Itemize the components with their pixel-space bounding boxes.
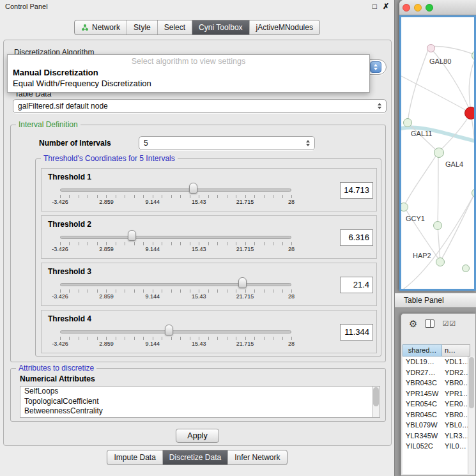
combobox-stepper-icon[interactable] — [370, 61, 381, 73]
network-node[interactable] — [403, 118, 412, 127]
cell[interactable]: YDR27… — [403, 367, 442, 378]
table-scrollbar[interactable] — [468, 357, 475, 474]
list-item[interactable]: TopologicalCoefficient — [20, 397, 380, 407]
combobox-stepper-icon[interactable] — [306, 140, 310, 146]
checkboxes-icon[interactable]: ☑☑ — [442, 320, 456, 327]
slider-track[interactable] — [60, 236, 291, 239]
list-item[interactable]: SelfLoops — [20, 387, 380, 397]
table-row[interactable]: YDR27…YDR2… — [403, 367, 469, 378]
table-row[interactable]: YDL19…YDL1… — [403, 357, 469, 367]
slider-thumb[interactable] — [165, 325, 173, 335]
tab-cyni-toolbox[interactable]: Cyni Toolbox — [192, 20, 249, 35]
apply-button[interactable]: Apply — [176, 429, 219, 443]
network-node[interactable] — [399, 203, 408, 211]
cell[interactable]: YDL19… — [403, 357, 442, 367]
slider-thumb[interactable] — [238, 277, 247, 288]
cell[interactable]: YBR045C — [403, 410, 442, 420]
tab-style[interactable]: Style — [127, 20, 157, 35]
popup-option-equal-width[interactable]: Equal Width/Frequency Discretization — [8, 78, 369, 89]
threshold-slider[interactable]: -3.426 2.859 9.144 15.43 21.715 28 — [60, 216, 291, 259]
axis-tick-label: 2.859 — [99, 199, 114, 205]
network-node[interactable] — [433, 221, 442, 230]
cell[interactable]: YBL0… — [442, 420, 469, 431]
cell[interactable]: YIL052C — [403, 441, 442, 452]
table-body[interactable]: YDL19…YDL1… YDR27…YDR2… YBR043CYBR0… YPR… — [403, 357, 469, 474]
scrollbar-thumb[interactable] — [373, 387, 379, 406]
thresholds-group: Threshold's Coordinates for 5 Intervals … — [35, 158, 381, 357]
table-panel-window: ⚙ ☑☑ shared… n… YDL19…YDL1… YDR27…YDR2… … — [401, 313, 476, 476]
tab-select[interactable]: Select — [157, 20, 192, 35]
tab-discretize-data-label: Discretize Data — [169, 453, 221, 462]
table-row[interactable]: YIL052CYIL0… — [403, 441, 469, 452]
network-node[interactable] — [462, 265, 470, 272]
slider-track[interactable] — [60, 330, 291, 334]
table-row[interactable]: YBL079WYBL0… — [403, 420, 469, 431]
cell[interactable]: YLR3… — [442, 431, 469, 441]
axis-tick-label: 28 — [288, 341, 295, 347]
table-row[interactable]: YBR045CYBR0… — [403, 410, 469, 420]
network-node[interactable] — [436, 257, 445, 266]
slider-thumb[interactable] — [128, 230, 136, 241]
interval-definition-title: Interval Definition — [16, 120, 81, 129]
cell[interactable]: YDR2… — [442, 367, 469, 378]
table-row[interactable]: YLR345WYLR3… — [403, 431, 469, 441]
cell[interactable]: YBL079W — [403, 420, 442, 431]
float-window-icon[interactable]: □ — [372, 2, 377, 11]
cell[interactable]: YER054C — [403, 399, 442, 410]
cell[interactable]: YLR345W — [403, 431, 442, 441]
network-node[interactable] — [434, 148, 444, 158]
threshold-slider[interactable]: -3.426 2.859 9.144 15.43 21.715 28 — [60, 263, 291, 307]
columns-icon[interactable] — [425, 319, 434, 328]
threshold-value-field[interactable]: 14.713 — [340, 182, 373, 199]
network-canvas[interactable]: GAL80 GAL11 GAL4 GCY1 HAP2 — [399, 15, 476, 291]
threshold-panel: Threshold 2 -3.426 2.859 9.144 15.43 21.… — [41, 215, 377, 259]
number-of-intervals-combobox[interactable]: 5 — [139, 136, 315, 150]
combobox-stepper-icon[interactable] — [378, 103, 381, 109]
cell[interactable]: YPR1… — [442, 388, 469, 399]
table-row[interactable]: YER054CYER0… — [403, 399, 469, 410]
gear-icon[interactable]: ⚙ — [409, 319, 417, 328]
column-header-name[interactable]: n… — [442, 344, 470, 357]
tab-network[interactable]: Network — [75, 20, 127, 35]
cell[interactable]: YBR0… — [442, 378, 469, 388]
network-node[interactable] — [472, 188, 476, 197]
network-node-selected[interactable] — [464, 107, 476, 119]
slider-track[interactable] — [60, 283, 291, 286]
tab-infer-network[interactable]: Infer Network — [227, 450, 286, 464]
table-data-combobox[interactable]: galFiltered.sif default node — [13, 99, 387, 113]
close-window-icon[interactable]: ✗ — [383, 2, 389, 11]
zoom-traffic-light-icon[interactable] — [426, 4, 433, 12]
attributes-scrollbar[interactable] — [372, 387, 380, 417]
table-row[interactable]: YBR043CYBR0… — [403, 378, 469, 388]
threshold-value-field[interactable]: 11.344 — [340, 324, 373, 341]
column-header-shared-name[interactable]: shared… — [403, 344, 442, 357]
popup-option-manual-discretization[interactable]: Manual Discretization — [8, 67, 369, 78]
tab-jactivemnodules[interactable]: jActiveMNodules — [249, 20, 319, 35]
cell[interactable]: YBR043C — [403, 378, 442, 388]
cell[interactable]: YBR0… — [442, 410, 469, 420]
table-panel-header[interactable]: Table Panel — [395, 293, 476, 308]
slider-thumb[interactable] — [189, 183, 197, 194]
cell[interactable]: YPR145W — [403, 388, 442, 399]
threshold-slider[interactable]: -3.426 2.859 9.144 15.43 21.715 28 — [60, 311, 291, 354]
number-of-intervals-value: 5 — [144, 139, 148, 148]
cell[interactable]: YIL0… — [442, 441, 469, 452]
attributes-list[interactable]: SelfLoops TopologicalCoefficient Between… — [20, 386, 380, 418]
tab-infer-network-label: Infer Network — [234, 453, 280, 462]
cell[interactable]: YER0… — [442, 399, 469, 410]
network-node[interactable] — [427, 44, 435, 52]
tab-discretize-data[interactable]: Discretize Data — [162, 450, 227, 464]
list-item[interactable]: BetweennessCentrality — [20, 406, 380, 417]
threshold-value-field[interactable]: 6.316 — [340, 229, 373, 246]
threshold-slider[interactable]: -3.426 2.859 9.144 15.43 21.715 28 — [60, 169, 291, 212]
minimize-traffic-light-icon[interactable] — [414, 4, 422, 12]
slider-track[interactable] — [60, 188, 291, 192]
table-row[interactable]: YPR145WYPR1… — [403, 388, 469, 399]
close-traffic-light-icon[interactable] — [403, 4, 410, 12]
scrollbar-thumb[interactable] — [469, 357, 474, 408]
network-view-window: GAL80 GAL11 GAL4 GCY1 HAP2 — [399, 0, 476, 291]
tab-impute-data[interactable]: Impute Data — [107, 450, 162, 464]
threshold-value-field[interactable]: 21.4 — [340, 277, 373, 293]
bottom-tab-strip: Impute Data Discretize Data Infer Networ… — [0, 450, 394, 465]
cell[interactable]: YDL1… — [442, 357, 469, 367]
